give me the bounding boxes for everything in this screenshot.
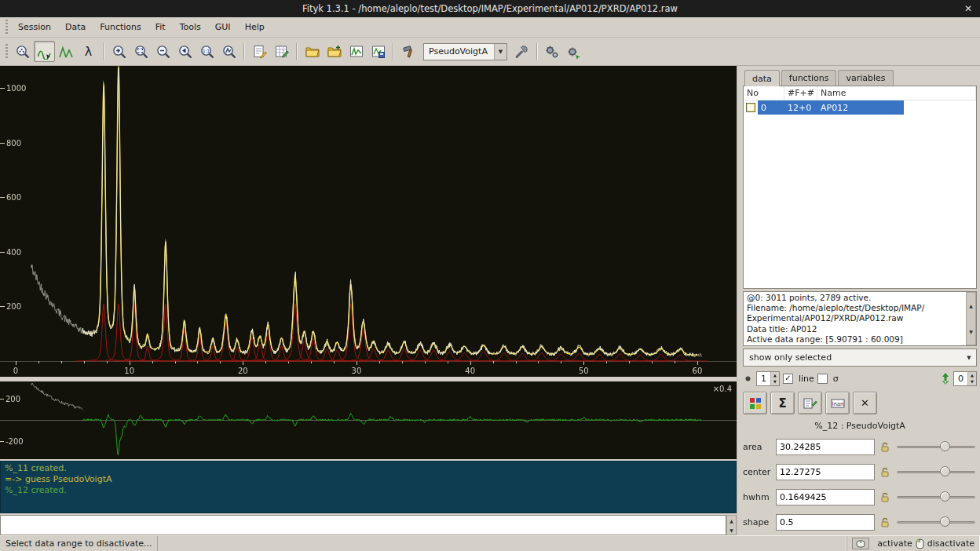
transform-data-button[interactable] [798, 392, 822, 414]
console-line: %_11 created. [5, 463, 732, 474]
save-image-icon[interactable] [368, 41, 389, 62]
dropdown-arrow-icon: ▼ [962, 349, 976, 366]
toolbar-drag-handle[interactable] [4, 44, 9, 60]
scroll-up-icon[interactable]: ▲ [727, 516, 736, 525]
line-checkbox[interactable]: ✓ [783, 374, 793, 384]
spin-down-icon: ▼ [968, 378, 976, 385]
edit-script-icon[interactable] [249, 41, 270, 62]
param-area-input[interactable] [776, 439, 875, 455]
dataset-colors-button[interactable] [743, 392, 767, 414]
menu-data[interactable]: Data [58, 19, 93, 35]
zoom-data-icon[interactable] [12, 41, 33, 62]
main-plot-canvas[interactable] [0, 66, 737, 377]
menu-session[interactable]: Session [11, 19, 58, 35]
aux-plot-canvas[interactable] [0, 381, 737, 459]
param-shape-slider[interactable] [895, 514, 977, 531]
param-row-area: area [743, 435, 977, 458]
title-bar: Fityk 1.3.1 - /home/aleplo/test/Desktop/… [0, 0, 980, 17]
tab-functions[interactable]: functions [781, 70, 837, 86]
zoom-all-icon[interactable] [218, 41, 240, 62]
delete-dataset-button[interactable]: ✕ [853, 392, 877, 414]
zoom-select-icon[interactable] [130, 41, 152, 62]
draw-function-icon[interactable] [34, 41, 55, 62]
sigma-checkbox[interactable] [817, 374, 828, 384]
lock-icon[interactable] [879, 442, 891, 452]
point-size-spinner[interactable]: 1 ▲▼ [756, 371, 780, 386]
toolbar-separator [393, 43, 394, 60]
zoom-previous-icon[interactable] [174, 41, 196, 62]
zoom-100-icon[interactable]: 1:1 [196, 41, 218, 62]
mouse-hint-panel: activate disactivate [847, 536, 980, 551]
status-bar: Select data range to disactivate... acti… [0, 535, 980, 551]
scroll-down-icon[interactable]: ▼ [967, 319, 975, 345]
dataset-row[interactable]: 0 12+0 AP012 [744, 100, 976, 115]
param-hwhm-slider[interactable] [895, 489, 977, 505]
function-type-combo[interactable]: PseudoVoigtA ▼ [423, 43, 507, 60]
param-hwhm-input[interactable] [776, 489, 875, 505]
param-row-hwhm: hwhm [743, 485, 977, 509]
combo-arrow-icon[interactable]: ▼ [494, 44, 506, 60]
add-peak-icon[interactable] [56, 41, 77, 62]
dataset-list-header: No #F+# Name [744, 86, 976, 100]
mouse-mode-icon[interactable] [852, 538, 869, 549]
param-shape-input[interactable] [776, 514, 875, 531]
menu-tools[interactable]: Tools [173, 19, 208, 35]
mouse-left-hint: activate [877, 538, 912, 549]
console-line: %_12 created. [5, 485, 732, 496]
sum-datasets-button[interactable]: Σ [770, 392, 795, 414]
param-area-slider[interactable] [895, 439, 977, 455]
export-plot-icon[interactable] [346, 41, 367, 62]
slider-thumb[interactable] [940, 516, 950, 527]
zoom-in-icon[interactable] [108, 41, 130, 62]
point-size-value: 1 [757, 372, 770, 385]
scroll-down-icon[interactable]: ▼ [727, 525, 736, 535]
load-data-icon[interactable] [302, 41, 323, 62]
execute-script-icon[interactable] [542, 41, 563, 62]
slider-thumb[interactable] [940, 491, 950, 502]
toolbar-separator [243, 43, 245, 60]
menu-functions[interactable]: Functions [93, 19, 148, 35]
shift-arrows-icon [941, 373, 950, 385]
guess-peak-icon[interactable] [398, 41, 419, 62]
menubar-drag-handle[interactable] [4, 20, 9, 35]
param-center-input[interactable] [776, 464, 875, 480]
column-header-functions[interactable]: #F+# [784, 86, 817, 100]
info-line: Active data range: [5.90791 : 60.009] [747, 334, 964, 345]
console-scrollbar[interactable]: ▲ ▼ [726, 515, 737, 535]
param-row-shape: shape [743, 510, 977, 534]
menu-gui[interactable]: GUI [208, 19, 238, 35]
shift-spinner[interactable]: 0 ▲▼ [953, 371, 977, 386]
column-header-no[interactable]: No [744, 86, 784, 100]
plot-style-row: 1 ▲▼ ✓ line σ 0 ▲▼ [743, 368, 977, 389]
data-editor-icon[interactable] [271, 41, 292, 62]
mouse-right-hint: disactivate [927, 538, 975, 549]
append-data-icon[interactable] [324, 41, 345, 62]
zoom-out-icon[interactable] [152, 41, 174, 62]
dataset-function-count: 12+0 [784, 100, 817, 115]
lock-icon[interactable] [879, 517, 891, 527]
sigma-checkbox-label[interactable]: σ [833, 374, 839, 384]
show-filter-dropdown[interactable]: show only selected ▼ [743, 348, 977, 367]
slider-thumb[interactable] [940, 466, 950, 476]
info-scrollbar[interactable]: ▲ ▼ [966, 292, 976, 345]
menu-fit[interactable]: Fit [148, 19, 173, 35]
close-window-button[interactable]: ✕ [964, 0, 972, 17]
tab-data[interactable]: data [744, 70, 780, 86]
param-center-slider[interactable] [895, 464, 977, 480]
edit-data-button[interactable]: lnan [825, 392, 850, 414]
line-checkbox-label[interactable]: line [799, 374, 814, 384]
menu-help[interactable]: Help [238, 19, 272, 35]
settings-wrench-icon[interactable] [511, 41, 532, 62]
lock-icon[interactable] [879, 492, 891, 502]
lock-icon[interactable] [879, 467, 891, 477]
lambda-icon[interactable]: λ [78, 41, 99, 62]
plots-column: %_11 created. =-> guess PseudoVoigtA %_1… [0, 66, 737, 535]
command-input[interactable] [0, 515, 726, 535]
dataset-color-checkbox[interactable] [746, 103, 755, 112]
function-header: %_12 : PseudoVoigtA [743, 421, 977, 433]
slider-thumb[interactable] [940, 441, 950, 451]
run-command-icon[interactable] [564, 41, 585, 62]
column-header-name[interactable]: Name [817, 86, 976, 100]
tab-variables[interactable]: variables [838, 70, 893, 86]
scroll-up-icon[interactable]: ▲ [967, 293, 975, 319]
